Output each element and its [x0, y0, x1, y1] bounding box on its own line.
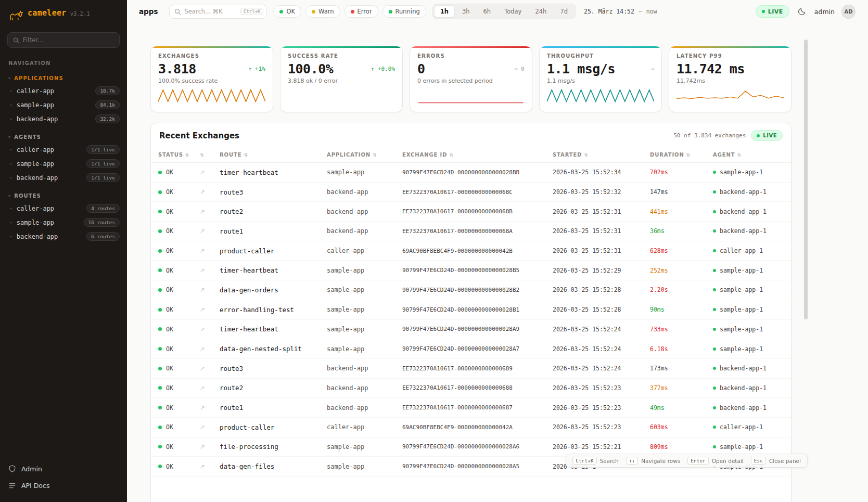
- chevron-right-icon: ▸: [10, 161, 12, 166]
- exchange-id: EE7322370A10617-000000000000068C: [402, 189, 553, 196]
- navigation-label: NAVIGATION: [8, 60, 119, 66]
- status-cell: OK: [158, 208, 200, 215]
- sort-icon: ⇅: [185, 152, 189, 158]
- dark-mode-toggle[interactable]: [796, 6, 808, 17]
- duration-value: 252ms: [650, 267, 713, 274]
- started-timestamp: 2026-03-25 15:52:31: [553, 247, 650, 254]
- open-row-icon: ↗: [200, 423, 220, 431]
- content: EXCHANGES3.818↑ +1%100.0% success rateSU…: [127, 23, 792, 502]
- exchange-id: 90799F47E6CD24D-0000000000000028B2: [402, 287, 553, 293]
- column-label: EXCHANGE ID: [402, 152, 447, 158]
- column-header-expand[interactable]: ⇅: [200, 152, 220, 158]
- sparkline: [417, 87, 525, 104]
- column-header-status[interactable]: STATUS⇅: [158, 152, 200, 158]
- agent-name: sample-app-1: [720, 169, 763, 176]
- range-button-6h[interactable]: 6h: [477, 5, 497, 18]
- agent-cell: sample-app-1: [713, 443, 791, 450]
- open-row-icon: ↗: [200, 365, 220, 372]
- exchange-id: 69AC90BF8EBC4F9-000000000000042B: [402, 248, 553, 254]
- duration-value: 173ms: [650, 365, 713, 372]
- stat-delta: ↑ +0.0%: [371, 66, 395, 72]
- live-label: LIVE: [768, 8, 783, 15]
- table-row[interactable]: OK↗route1backend-appEE7322370A10617-0000…: [151, 222, 791, 241]
- sidebar-item-label: caller-app: [17, 205, 54, 212]
- open-row-icon: ↗: [200, 463, 220, 470]
- table-row[interactable]: OK↗timer-heartbeatsample-app90799F47E6CD…: [151, 261, 791, 280]
- time-range-control: 1h3h6hToday24h7d: [432, 4, 576, 19]
- status-label: OK: [166, 306, 173, 313]
- table-row[interactable]: OK↗error-handling-testsample-app90799F47…: [151, 300, 791, 320]
- table-row[interactable]: OK↗route2backend-appEE7322370A10617-0000…: [151, 379, 791, 398]
- sidebar-item-badge: 1/1 live: [86, 145, 120, 154]
- agent-cell: caller-app-1: [713, 423, 791, 431]
- hint-label: Close panel: [769, 458, 801, 464]
- column-header-duration[interactable]: DURATION⇅: [650, 152, 713, 158]
- application-name: sample-app: [327, 169, 402, 176]
- agent-cell: backend-app-1: [713, 208, 791, 215]
- sidebar-item-api-docs[interactable]: API Docs: [8, 477, 119, 494]
- sidebar-item-applications-caller-app[interactable]: ▸caller-app10.7k: [0, 84, 127, 98]
- search-icon: [174, 8, 181, 15]
- open-row-icon: ↗: [200, 247, 220, 254]
- sidebar-item-applications-backend-app[interactable]: ▸backend-app32.2k: [0, 112, 127, 126]
- table-row[interactable]: OK↗timer-heartbeatsample-app90799F47E6CD…: [151, 320, 791, 340]
- column-header-exchange-id[interactable]: EXCHANGE ID⇅: [402, 152, 553, 158]
- filter-pill-error[interactable]: Error: [344, 5, 378, 18]
- table-row[interactable]: OK↗timer-heartbeatsample-app90799F47E6CD…: [151, 163, 791, 183]
- table-row[interactable]: OK↗route1backend-appEE7322370A10617-0000…: [151, 398, 791, 418]
- sidebar-item-agents-caller-app[interactable]: ▸caller-app1/1 live: [0, 143, 127, 157]
- topbar: apps Search... ⌘K Ctrl+K OKWarnErrorRunn…: [127, 0, 868, 23]
- sidebar-item-routes-sample-app[interactable]: ▸sample-app16 routes: [0, 215, 127, 229]
- range-button-24h[interactable]: 24h: [529, 5, 553, 18]
- route-name: route1: [220, 404, 327, 411]
- agent-live-dot-icon: [713, 249, 716, 252]
- global-search[interactable]: Search... ⌘K Ctrl+K: [169, 5, 267, 19]
- section-header-applications[interactable]: ▾APPLICATIONS: [8, 75, 119, 81]
- status-ok-dot-icon: [158, 249, 162, 253]
- table-row[interactable]: OK↗product-callercaller-app69AC90BF8EBC4…: [151, 241, 791, 261]
- agent-cell: backend-app-1: [713, 188, 791, 196]
- sidebar-item-admin[interactable]: Admin: [8, 460, 119, 477]
- filter-pill-ok[interactable]: OK: [273, 5, 301, 18]
- table-row[interactable]: OK↗data-gen-orderssample-app90799F47E6CD…: [151, 280, 791, 300]
- table-row[interactable]: OK↗route3backend-appEE7322370A10617-0000…: [151, 183, 791, 202]
- table-row[interactable]: OK↗route3backend-appEE7322370A10617-0000…: [151, 359, 791, 379]
- table-row[interactable]: OK↗route2backend-appEE7322370A10617-0000…: [151, 202, 791, 222]
- range-button-7d[interactable]: 7d: [554, 5, 574, 18]
- section-header-agents[interactable]: ▾AGENTS: [8, 134, 119, 140]
- status-cell: OK: [158, 423, 200, 431]
- agent-name: backend-app-1: [720, 365, 767, 372]
- stat-value: 3.818: [158, 61, 196, 76]
- column-header-application[interactable]: APPLICATION⇅: [327, 152, 402, 158]
- filter-pill-running[interactable]: Running: [382, 5, 426, 18]
- sidebar-item-agents-backend-app[interactable]: ▸backend-app1/1 live: [0, 171, 127, 185]
- sidebar-filter[interactable]: [7, 32, 120, 48]
- column-header-route[interactable]: ROUTE⇅: [220, 152, 327, 158]
- status-cell: OK: [158, 169, 200, 176]
- avatar[interactable]: AD: [841, 5, 856, 19]
- filter-pill-warn[interactable]: Warn: [305, 5, 340, 18]
- range-button-today[interactable]: Today: [498, 5, 528, 18]
- sidebar-item-applications-sample-app[interactable]: ▸sample-app84.1k: [0, 98, 127, 112]
- sidebar-item-agents-sample-app[interactable]: ▸sample-app1/1 live: [0, 157, 127, 171]
- duration-value: 733ms: [650, 326, 713, 333]
- sidebar-item-routes-backend-app[interactable]: ▸backend-app6 routes: [0, 229, 127, 243]
- hint-key: ↑↓: [626, 457, 638, 465]
- scrollbar-thumb[interactable]: [804, 40, 808, 319]
- section-header-routes[interactable]: ▾ROUTES: [8, 193, 119, 199]
- column-header-agent[interactable]: AGENT⇅: [713, 152, 791, 158]
- started-timestamp: 2026-03-25 15:52:23: [553, 423, 650, 431]
- sidebar-item-routes-caller-app[interactable]: ▸caller-app4 routes: [0, 201, 127, 215]
- filter-input[interactable]: [23, 36, 114, 44]
- sort-icon: ⇅: [584, 152, 589, 158]
- column-header-started[interactable]: STARTED⇅: [553, 152, 650, 158]
- sidebar-item-label: sample-app: [17, 101, 54, 109]
- agent-live-dot-icon: [713, 288, 716, 291]
- table-row[interactable]: OK↗product-callercaller-app69AC90BF8EBC4…: [151, 418, 791, 437]
- range-button-3h[interactable]: 3h: [456, 5, 476, 18]
- range-button-1h[interactable]: 1h: [434, 5, 455, 18]
- stat-subtext: 0 errors in selected period: [417, 78, 525, 84]
- table-row[interactable]: OK↗data-gen-nested-splitsample-app90799F…: [151, 339, 791, 359]
- stat-title: ERRORS: [417, 53, 525, 59]
- application-name: sample-app: [327, 463, 402, 470]
